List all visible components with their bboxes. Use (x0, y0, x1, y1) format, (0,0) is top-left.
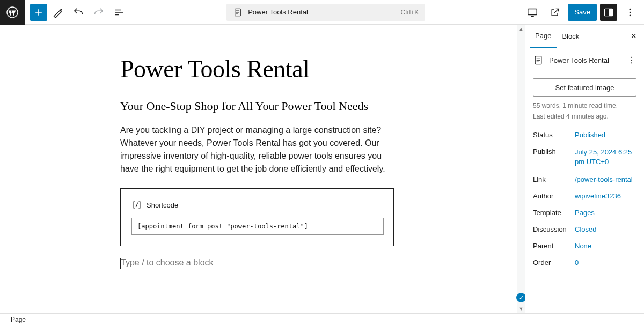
options-button[interactable] (620, 3, 640, 22)
author-label: Author (533, 192, 575, 200)
post-subtitle[interactable]: Your One-Stop Shop for All Your Power To… (120, 99, 515, 113)
shortcode-block[interactable]: Shortcode [appointment_form post="power-… (120, 188, 394, 246)
scroll-up-icon[interactable]: ▲ (517, 25, 525, 33)
block-appender[interactable]: Type / to choose a block (120, 258, 515, 269)
command-shortcut: Ctrl+K (400, 9, 419, 16)
undo-button[interactable] (69, 3, 88, 22)
breadcrumb-bar: Page (0, 313, 644, 325)
redo-button[interactable] (89, 3, 108, 22)
external-link-button[interactable] (545, 3, 565, 22)
svg-rect-4 (609, 9, 613, 16)
document-overview-button[interactable] (109, 3, 129, 22)
status-value[interactable]: Published (575, 131, 636, 139)
document-bar[interactable]: Power Tools Rental Ctrl+K (226, 4, 425, 21)
page-actions-button[interactable] (627, 55, 636, 65)
discussion-value[interactable]: Closed (575, 225, 636, 233)
discussion-label: Discussion (533, 225, 575, 233)
link-label: Link (533, 175, 575, 183)
svg-point-9 (631, 57, 632, 58)
svg-rect-2 (528, 9, 537, 14)
sidebar-page-name: Power Tools Rental (549, 56, 609, 64)
publish-value[interactable]: July 25, 2024 6:25 pm UTC+0 (575, 147, 636, 167)
template-label: Template (533, 209, 575, 217)
svg-point-11 (631, 62, 632, 63)
shortcode-input[interactable]: [appointment_form post="power-tools-rent… (131, 218, 384, 235)
svg-point-10 (631, 60, 632, 61)
svg-point-5 (630, 8, 631, 10)
word-count-text: 55 words, 1 minute read time. (525, 101, 644, 110)
tools-icon[interactable] (48, 3, 68, 22)
shortcode-icon (131, 200, 142, 210)
parent-label: Parent (533, 242, 575, 250)
save-button[interactable]: Save (568, 4, 597, 21)
settings-sidebar: Page Block × Power Tools Rental Set feat… (525, 25, 644, 313)
checklist-badge[interactable]: ✓ (516, 293, 525, 302)
page-icon (233, 8, 243, 17)
status-label: Status (533, 131, 575, 139)
close-panel-button[interactable]: × (627, 31, 640, 42)
post-title[interactable]: Power Tools Rental (120, 55, 515, 83)
page-icon (533, 55, 544, 65)
svg-point-7 (630, 14, 631, 16)
post-paragraph[interactable]: Are you tackling a DIY project or managi… (120, 124, 394, 175)
add-block-button[interactable] (30, 4, 47, 21)
view-button[interactable] (523, 3, 542, 22)
template-value[interactable]: Pages (575, 209, 636, 217)
svg-point-6 (630, 11, 631, 13)
order-value[interactable]: 0 (575, 258, 636, 267)
tab-block[interactable]: Block (557, 25, 584, 48)
breadcrumb[interactable]: Page (11, 316, 26, 323)
top-toolbar: Power Tools Rental Ctrl+K Save (0, 0, 644, 25)
scrollbar[interactable]: ▲ ✓ ▼ (517, 25, 525, 313)
link-value[interactable]: /power-tools-rental (575, 175, 636, 183)
tab-page[interactable]: Page (530, 25, 557, 48)
parent-value[interactable]: None (575, 242, 636, 250)
settings-panel-toggle[interactable] (600, 4, 617, 21)
shortcode-label: Shortcode (147, 201, 178, 209)
last-edited-text: Last edited 4 minutes ago. (525, 112, 644, 121)
publish-label: Publish (533, 147, 575, 156)
scroll-down-icon[interactable]: ▼ (517, 305, 525, 313)
wordpress-logo[interactable] (0, 0, 25, 25)
featured-image-button[interactable]: Set featured image (533, 78, 636, 97)
document-title: Power Tools Rental (248, 8, 308, 16)
order-label: Order (533, 258, 575, 267)
author-value[interactable]: wipivefine3236 (575, 192, 636, 200)
